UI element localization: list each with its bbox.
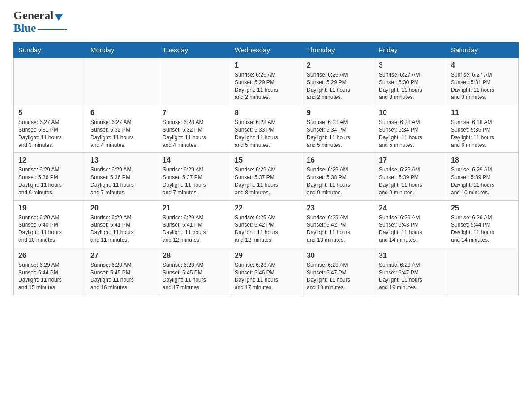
day-info: Sunrise: 6:28 AM Sunset: 5:47 PM Dayligh… [307,261,369,291]
day-info: Sunrise: 6:29 AM Sunset: 5:40 PM Dayligh… [18,214,81,244]
weekday-header-thursday: Thursday [302,43,374,58]
calendar-cell: 4Sunrise: 6:27 AM Sunset: 5:31 PM Daylig… [446,58,519,105]
day-info: Sunrise: 6:29 AM Sunset: 5:43 PM Dayligh… [379,214,442,244]
day-number: 15 [235,156,297,164]
calendar-cell: 12Sunrise: 6:29 AM Sunset: 5:36 PM Dayli… [14,153,86,200]
calendar-cell: 20Sunrise: 6:29 AM Sunset: 5:41 PM Dayli… [86,200,158,248]
calendar-week-row: 26Sunrise: 6:29 AM Sunset: 5:44 PM Dayli… [14,248,519,295]
calendar-cell: 6Sunrise: 6:27 AM Sunset: 5:32 PM Daylig… [86,105,158,153]
calendar-cell: 10Sunrise: 6:28 AM Sunset: 5:34 PM Dayli… [374,105,446,153]
day-info: Sunrise: 6:28 AM Sunset: 5:46 PM Dayligh… [235,261,297,291]
calendar-cell: 1Sunrise: 6:26 AM Sunset: 5:29 PM Daylig… [230,58,302,105]
day-number: 11 [451,109,514,117]
logo: General Blue [13,9,67,35]
calendar-cell: 25Sunrise: 6:29 AM Sunset: 5:44 PM Dayli… [446,200,519,248]
header: General Blue [13,9,519,35]
calendar-week-row: 5Sunrise: 6:27 AM Sunset: 5:31 PM Daylig… [14,105,519,153]
calendar-header: SundayMondayTuesdayWednesdayThursdayFrid… [14,43,519,58]
day-info: Sunrise: 6:29 AM Sunset: 5:36 PM Dayligh… [18,166,81,196]
calendar-cell: 28Sunrise: 6:28 AM Sunset: 5:45 PM Dayli… [158,248,230,295]
calendar-week-row: 12Sunrise: 6:29 AM Sunset: 5:36 PM Dayli… [14,153,519,200]
logo-underline [38,29,67,30]
day-info: Sunrise: 6:29 AM Sunset: 5:36 PM Dayligh… [90,166,153,196]
day-info: Sunrise: 6:29 AM Sunset: 5:39 PM Dayligh… [451,166,514,196]
day-info: Sunrise: 6:29 AM Sunset: 5:44 PM Dayligh… [451,214,514,244]
day-info: Sunrise: 6:29 AM Sunset: 5:37 PM Dayligh… [235,166,297,196]
calendar-cell: 21Sunrise: 6:29 AM Sunset: 5:41 PM Dayli… [158,200,230,248]
weekday-header-row: SundayMondayTuesdayWednesdayThursdayFrid… [14,43,519,58]
day-number: 1 [235,61,297,69]
day-info: Sunrise: 6:29 AM Sunset: 5:39 PM Dayligh… [379,166,442,196]
weekday-header-wednesday: Wednesday [230,43,302,58]
day-number: 21 [163,204,225,212]
calendar-cell: 15Sunrise: 6:29 AM Sunset: 5:37 PM Dayli… [230,153,302,200]
day-info: Sunrise: 6:29 AM Sunset: 5:38 PM Dayligh… [307,166,369,196]
calendar-cell: 3Sunrise: 6:27 AM Sunset: 5:30 PM Daylig… [374,58,446,105]
day-number: 12 [18,156,81,164]
calendar-cell: 16Sunrise: 6:29 AM Sunset: 5:38 PM Dayli… [302,153,374,200]
calendar-cell: 22Sunrise: 6:29 AM Sunset: 5:42 PM Dayli… [230,200,302,248]
weekday-header-saturday: Saturday [446,43,519,58]
day-number: 17 [379,156,442,164]
calendar-cell: 31Sunrise: 6:28 AM Sunset: 5:47 PM Dayli… [374,248,446,295]
day-info: Sunrise: 6:28 AM Sunset: 5:45 PM Dayligh… [163,261,225,291]
day-number: 31 [379,252,442,260]
day-number: 18 [451,156,514,164]
day-number: 29 [235,252,297,260]
day-number: 19 [18,204,81,212]
day-info: Sunrise: 6:27 AM Sunset: 5:31 PM Dayligh… [18,119,81,149]
calendar-cell [86,58,158,105]
day-info: Sunrise: 6:26 AM Sunset: 5:29 PM Dayligh… [235,71,297,101]
day-number: 14 [163,156,225,164]
day-number: 4 [451,61,514,69]
day-info: Sunrise: 6:27 AM Sunset: 5:31 PM Dayligh… [451,71,514,101]
calendar-cell [446,248,519,295]
calendar-week-row: 1Sunrise: 6:26 AM Sunset: 5:29 PM Daylig… [14,58,519,105]
day-number: 22 [235,204,297,212]
day-number: 26 [18,252,81,260]
day-number: 13 [90,156,153,164]
calendar-cell: 14Sunrise: 6:29 AM Sunset: 5:37 PM Dayli… [158,153,230,200]
calendar-cell: 30Sunrise: 6:28 AM Sunset: 5:47 PM Dayli… [302,248,374,295]
weekday-header-sunday: Sunday [14,43,86,58]
calendar-body: 1Sunrise: 6:26 AM Sunset: 5:29 PM Daylig… [14,58,519,295]
calendar-cell: 29Sunrise: 6:28 AM Sunset: 5:46 PM Dayli… [230,248,302,295]
day-info: Sunrise: 6:29 AM Sunset: 5:44 PM Dayligh… [18,261,81,291]
day-info: Sunrise: 6:26 AM Sunset: 5:29 PM Dayligh… [307,71,369,101]
day-info: Sunrise: 6:28 AM Sunset: 5:35 PM Dayligh… [451,119,514,149]
calendar-cell: 26Sunrise: 6:29 AM Sunset: 5:44 PM Dayli… [14,248,86,295]
day-number: 7 [163,109,225,117]
day-info: Sunrise: 6:28 AM Sunset: 5:33 PM Dayligh… [235,119,297,149]
calendar-cell: 8Sunrise: 6:28 AM Sunset: 5:33 PM Daylig… [230,105,302,153]
day-number: 27 [90,252,153,260]
calendar-cell: 13Sunrise: 6:29 AM Sunset: 5:36 PM Dayli… [86,153,158,200]
calendar-cell: 27Sunrise: 6:28 AM Sunset: 5:45 PM Dayli… [86,248,158,295]
calendar-cell: 19Sunrise: 6:29 AM Sunset: 5:40 PM Dayli… [14,200,86,248]
calendar-week-row: 19Sunrise: 6:29 AM Sunset: 5:40 PM Dayli… [14,200,519,248]
day-number: 9 [307,109,369,117]
day-info: Sunrise: 6:29 AM Sunset: 5:41 PM Dayligh… [90,214,153,244]
day-number: 16 [307,156,369,164]
day-info: Sunrise: 6:28 AM Sunset: 5:34 PM Dayligh… [307,119,369,149]
day-number: 20 [90,204,153,212]
day-info: Sunrise: 6:29 AM Sunset: 5:42 PM Dayligh… [307,214,369,244]
day-number: 2 [307,61,369,69]
logo-general-text: General [13,9,54,22]
weekday-header-monday: Monday [86,43,158,58]
day-number: 28 [163,252,225,260]
day-number: 25 [451,204,514,212]
day-number: 6 [90,109,153,117]
calendar-cell: 23Sunrise: 6:29 AM Sunset: 5:42 PM Dayli… [302,200,374,248]
day-number: 24 [379,204,442,212]
logo-triangle-icon [55,14,63,21]
day-info: Sunrise: 6:27 AM Sunset: 5:32 PM Dayligh… [90,119,153,149]
day-number: 3 [379,61,442,69]
calendar-table: SundayMondayTuesdayWednesdayThursdayFrid… [13,42,519,295]
calendar-cell: 5Sunrise: 6:27 AM Sunset: 5:31 PM Daylig… [14,105,86,153]
day-info: Sunrise: 6:29 AM Sunset: 5:42 PM Dayligh… [235,214,297,244]
day-info: Sunrise: 6:27 AM Sunset: 5:30 PM Dayligh… [379,71,442,101]
day-info: Sunrise: 6:28 AM Sunset: 5:34 PM Dayligh… [379,119,442,149]
weekday-header-tuesday: Tuesday [158,43,230,58]
day-info: Sunrise: 6:29 AM Sunset: 5:37 PM Dayligh… [163,166,225,196]
calendar-cell: 18Sunrise: 6:29 AM Sunset: 5:39 PM Dayli… [446,153,519,200]
